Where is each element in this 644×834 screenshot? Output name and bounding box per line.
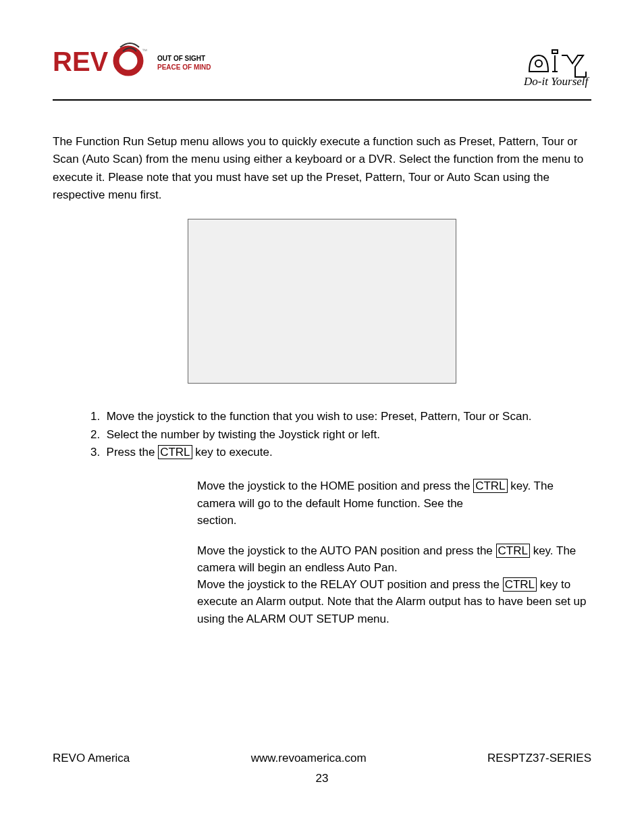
page-number: 23: [316, 772, 329, 785]
home-instruction: Move the joystick to the HOME position a…: [53, 477, 591, 528]
page-footer: REVO America www.revoamerica.com RESPTZ3…: [53, 752, 591, 785]
step-1: 1. Move the joystick to the function tha…: [81, 408, 591, 425]
svg-point-2: [535, 60, 542, 67]
svg-text:Do-it Yourself: Do-it Yourself: [524, 75, 590, 88]
ctrl-key-box: CTRL: [158, 445, 192, 459]
svg-rect-3: [552, 50, 558, 53]
logo-block-left: REV ™ OUT OF SIGHT PEACE OF MIND: [53, 41, 211, 84]
revo-logo-text: REV: [53, 47, 109, 76]
tagline-line1: OUT OF SIGHT: [157, 54, 211, 63]
ctrl-key-box: CTRL: [496, 544, 530, 558]
tagline: OUT OF SIGHT PEACE OF MIND: [157, 54, 211, 72]
autopan-relay-instruction: Move the joystick to the AUTO PAN positi…: [53, 542, 591, 627]
ctrl-key-box: CTRL: [503, 577, 537, 592]
svg-point-0: [116, 49, 140, 73]
footer-model: RESPTZ37-SERIES: [487, 752, 591, 765]
svg-text:™: ™: [142, 48, 147, 54]
ctrl-key-box: CTRL: [473, 479, 507, 493]
intro-paragraph: The Function Run Setup menu allows you t…: [53, 133, 591, 204]
screenshot-placeholder: [188, 219, 456, 384]
revo-logo: REV ™: [53, 41, 151, 84]
diy-logo: Do-it Yourself: [524, 41, 591, 94]
footer-company: REVO America: [53, 752, 130, 765]
tagline-line2: PEACE OF MIND: [157, 63, 211, 72]
step-3: 3. Press the CTRL key to execute.: [81, 444, 591, 461]
step-2: 2. Select the number by twisting the Joy…: [81, 426, 591, 444]
footer-url: www.revoamerica.com: [251, 752, 367, 765]
page-header: REV ™ OUT OF SIGHT PEACE OF MIND: [53, 41, 591, 101]
instruction-list: 1. Move the joystick to the function tha…: [53, 408, 591, 461]
